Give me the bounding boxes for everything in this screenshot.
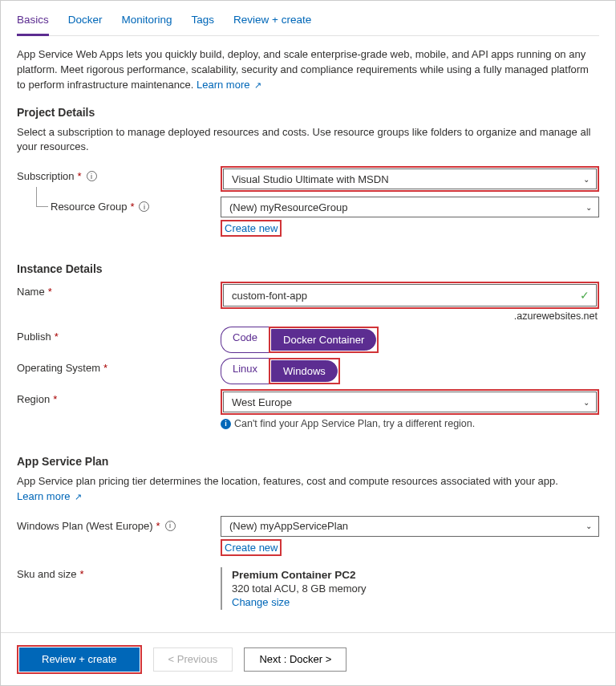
tab-tags[interactable]: Tags — [192, 7, 215, 35]
rg-create-new-link[interactable]: Create new — [223, 220, 279, 237]
tab-docker[interactable]: Docker — [68, 7, 103, 35]
tab-basics[interactable]: Basics — [17, 7, 49, 36]
info-icon[interactable]: i — [165, 521, 176, 531]
external-link-icon: ↗ — [254, 80, 261, 90]
info-icon[interactable]: i — [139, 201, 149, 212]
name-label: Name* — [17, 282, 221, 298]
intro-learn-more-link[interactable]: Learn more ↗ — [197, 79, 261, 91]
tab-review[interactable]: Review + create — [233, 7, 311, 35]
info-icon[interactable]: i — [87, 171, 97, 181]
domain-suffix: .azurewebsites.net — [221, 311, 599, 322]
review-create-button[interactable]: Review + create — [19, 647, 140, 672]
sku-label: Sku and size* — [17, 564, 221, 580]
chevron-down-icon: ⌄ — [586, 203, 592, 212]
checkmark-icon: ✓ — [580, 289, 590, 302]
os-linux-option[interactable]: Linux — [221, 358, 269, 384]
chevron-down-icon: ⌄ — [583, 398, 590, 407]
region-label: Region* — [17, 389, 221, 405]
tabs: Basics Docker Monitoring Tags Review + c… — [17, 1, 599, 36]
plan-desc: App Service plan pricing tier determines… — [17, 474, 599, 505]
sku-title: Premium Container PC2 — [232, 569, 599, 581]
resource-group-label: Resource Group* i — [17, 197, 221, 213]
sku-info: Premium Container PC2 320 total ACU, 8 G… — [221, 567, 599, 610]
info-icon: i — [221, 419, 231, 429]
next-button[interactable]: Next : Docker > — [244, 647, 346, 672]
intro-text: App Service Web Apps lets you quickly bu… — [17, 47, 599, 93]
chevron-down-icon: ⌄ — [586, 522, 592, 530]
publish-docker-option[interactable]: Docker Container — [271, 329, 376, 351]
plan-learn-more-link[interactable]: Learn more ↗ — [17, 490, 82, 502]
plan-create-new-link[interactable]: Create new — [223, 539, 279, 556]
subscription-label: Subscription* i — [17, 166, 221, 182]
publish-code-option[interactable]: Code — [221, 327, 269, 353]
os-label: Operating System* — [17, 358, 221, 374]
project-details-desc: Select a subscription to manage deployed… — [17, 125, 599, 156]
chevron-down-icon: ⌄ — [583, 175, 590, 184]
instance-details-heading: Instance Details — [17, 262, 599, 275]
project-details-heading: Project Details — [17, 106, 599, 119]
publish-label: Publish* — [17, 327, 221, 343]
publish-toggle: Code Docker Container — [221, 327, 599, 353]
resource-group-select[interactable]: (New) myResourceGroup ⌄ — [221, 197, 599, 217]
region-hint: i Can't find your App Service Plan, try … — [221, 418, 599, 429]
os-windows-option[interactable]: Windows — [271, 360, 338, 382]
os-toggle: Linux Windows — [221, 358, 599, 384]
name-input[interactable]: custom-font-app ✓ — [223, 284, 597, 306]
sku-desc: 320 total ACU, 8 GB memory — [232, 582, 599, 595]
tab-monitoring[interactable]: Monitoring — [122, 7, 172, 35]
previous-button: < Previous — [153, 647, 233, 672]
region-select[interactable]: West Europe ⌄ — [223, 392, 597, 412]
app-service-plan-heading: App Service Plan — [17, 455, 599, 468]
change-size-link[interactable]: Change size — [232, 596, 599, 608]
windows-plan-select[interactable]: (New) myAppServicePlan ⌄ — [221, 516, 599, 537]
external-link-icon: ↗ — [75, 492, 82, 501]
footer: Review + create < Previous Next : Docker… — [1, 632, 615, 685]
windows-plan-label: Windows Plan (West Europe)* i — [17, 516, 221, 532]
subscription-select[interactable]: Visual Studio Ultimate with MSDN ⌄ — [223, 168, 597, 189]
